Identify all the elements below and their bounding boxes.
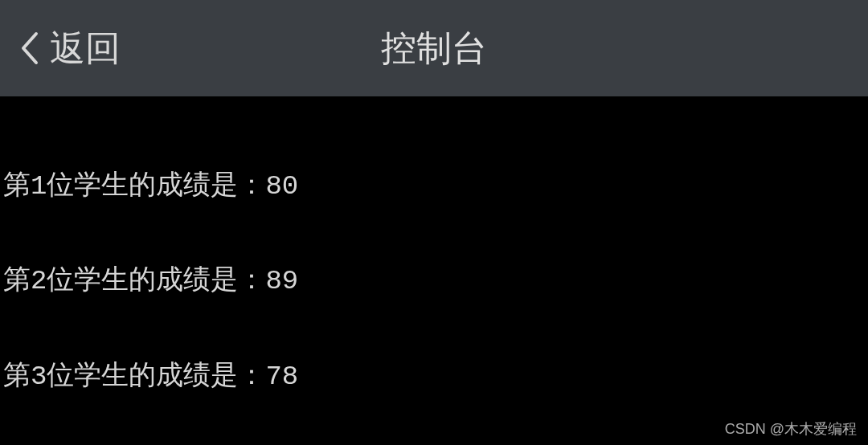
console-line: 第3位学生的成绩是：78 — [3, 361, 865, 393]
console-output: 第1位学生的成绩是：80 第2位学生的成绩是：89 第3位学生的成绩是：78 第… — [0, 96, 868, 445]
console-line: 第2位学生的成绩是：89 — [3, 266, 865, 297]
watermark: CSDN @木木爱编程 — [725, 419, 857, 439]
back-button[interactable]: 返回 — [16, 25, 121, 72]
back-label: 返回 — [50, 25, 121, 72]
chevron-left-icon — [16, 31, 43, 66]
console-line: 第1位学生的成绩是：80 — [3, 171, 865, 202]
header-bar: 返回 控制台 — [0, 0, 868, 96]
page-title: 控制台 — [381, 25, 487, 72]
